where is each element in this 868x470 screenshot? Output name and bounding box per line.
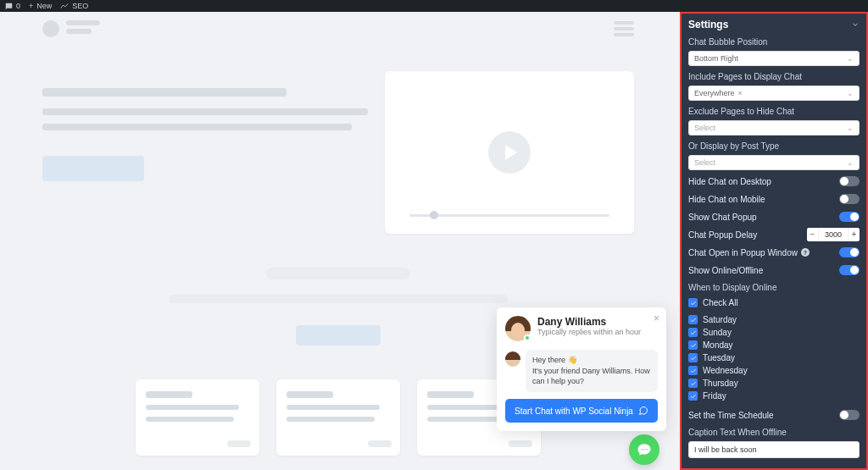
hide-desktop-row: Hide Chat on Desktop [688, 174, 860, 188]
exclude-pages-placeholder: Select [694, 124, 715, 132]
agent-name: Dany Williams [537, 316, 641, 328]
checkbox-icon [688, 353, 698, 362]
chat-greeting: Hey there 👋 [532, 356, 577, 364]
settings-title-row[interactable]: Settings [688, 17, 860, 31]
chevron-down-icon: ⌄ [847, 54, 854, 63]
chat-message: Hey there 👋 It's your friend Dany Willia… [526, 350, 658, 392]
seo-icon [60, 3, 69, 9]
play-icon[interactable] [488, 131, 531, 174]
time-schedule-toggle[interactable] [839, 410, 860, 420]
bubble-position-select[interactable]: Bottom Right ⌄ [688, 51, 860, 66]
feature-card [276, 379, 400, 456]
post-type-label: Or Display by Post Type [688, 141, 860, 151]
post-type-select[interactable]: Select ⌄ [688, 155, 860, 170]
online-status-dot [524, 335, 531, 341]
hide-mobile-toggle[interactable] [839, 194, 860, 204]
settings-panel: Settings Chat Bubble Position Bottom Rig… [680, 12, 868, 470]
hero-cta-placeholder [42, 156, 144, 181]
show-popup-toggle[interactable] [839, 212, 860, 222]
day-label: Tuesday [703, 353, 735, 362]
show-online-row: Show Online/Offline [688, 263, 860, 277]
bubble-position-label: Chat Bubble Position [688, 37, 860, 47]
include-pages-label: Include Pages to Display Chat [688, 72, 860, 81]
svg-point-2 [646, 449, 648, 451]
day-row[interactable]: Wednesday [688, 364, 860, 377]
agent-mini-avatar [505, 351, 520, 367]
check-all-row[interactable]: Check All [688, 296, 860, 309]
popup-delay-row: Chat Popup Delay − + [688, 228, 860, 241]
hide-mobile-row: Hide Chat on Mobile [688, 192, 860, 206]
plus-icon: + [29, 2, 33, 10]
stepper-decrement[interactable]: − [807, 228, 819, 241]
checkbox-icon [688, 315, 698, 324]
popup-delay-stepper[interactable]: − + [807, 228, 860, 241]
svg-point-1 [643, 449, 645, 451]
day-row[interactable]: Tuesday [688, 351, 860, 364]
svg-point-0 [641, 449, 643, 451]
time-schedule-label: Set the Time Schedule [688, 411, 774, 420]
when-online-label: When to Display Online [688, 283, 860, 292]
chat-bubble-button[interactable] [629, 434, 659, 465]
post-type-placeholder: Select [694, 158, 715, 167]
day-row[interactable]: Friday [688, 390, 860, 402]
caption-offline-input[interactable] [688, 441, 860, 458]
hide-desktop-label: Hide Chat on Desktop [688, 177, 771, 186]
chat-popup: × Dany Williams Typically replies within… [497, 307, 666, 431]
tag-remove-icon[interactable]: × [738, 89, 743, 97]
comment-icon [5, 3, 13, 10]
day-label: Sunday [703, 328, 732, 337]
settings-title: Settings [688, 19, 728, 30]
video-slider[interactable] [409, 214, 609, 217]
open-window-toggle[interactable] [839, 247, 860, 257]
chevron-down-icon: ⌄ [847, 124, 854, 132]
close-icon[interactable]: × [654, 312, 659, 324]
start-chat-button[interactable]: Start Chat with WP Social Ninja [505, 399, 658, 423]
day-row[interactable]: Monday [688, 339, 860, 351]
hero-section [0, 37, 676, 242]
include-pages-select[interactable]: Everywhere× ⌄ [688, 86, 860, 101]
checkbox-icon [688, 328, 698, 337]
chat-body: It's your friend Dany Williams. How can … [532, 367, 650, 386]
checkbox-icon [688, 298, 698, 307]
video-card[interactable] [385, 71, 634, 234]
bubble-position-value: Bottom Right [694, 54, 738, 63]
checkbox-icon [688, 340, 698, 350]
check-all-label: Check All [703, 298, 738, 307]
checkbox-icon [688, 391, 698, 401]
show-popup-row: Show Chat Popup [688, 210, 860, 224]
popup-delay-input[interactable] [819, 228, 848, 241]
chevron-down-icon: ⌄ [847, 158, 854, 167]
wp-admin-bar: 0 + New SEO [0, 0, 868, 12]
day-row[interactable]: Saturday [688, 313, 860, 326]
page-preview: × Dany Williams Typically replies within… [0, 12, 676, 470]
admin-comments[interactable]: 0 [5, 2, 20, 10]
new-label: New [36, 2, 52, 10]
popup-delay-label: Chat Popup Delay [688, 230, 757, 240]
day-label: Thursday [703, 379, 738, 388]
open-window-row: Chat Open in Popup Window ? [688, 246, 860, 259]
admin-seo[interactable]: SEO [60, 2, 88, 10]
day-row[interactable]: Sunday [688, 326, 860, 339]
page-header [0, 12, 676, 37]
day-list: SaturdaySundayMondayTuesdayWednesdayThur… [688, 313, 860, 402]
chat-icon [638, 406, 648, 416]
admin-new[interactable]: + New [29, 2, 52, 10]
info-icon[interactable]: ? [801, 248, 810, 257]
exclude-pages-select[interactable]: Select ⌄ [688, 120, 860, 135]
menu-icon[interactable] [614, 21, 634, 36]
day-row[interactable]: Thursday [688, 377, 860, 390]
day-label: Wednesday [703, 366, 748, 375]
time-schedule-row: Set the Time Schedule [688, 408, 860, 422]
open-window-label: Chat Open in Popup Window ? [688, 248, 810, 257]
hide-desktop-toggle[interactable] [839, 176, 860, 186]
start-chat-label: Start Chat with WP Social Ninja [515, 406, 633, 416]
show-popup-label: Show Chat Popup [688, 213, 757, 222]
comments-count: 0 [16, 2, 20, 10]
section-subtitle-placeholder [169, 295, 508, 303]
show-online-label: Show Online/Offline [688, 266, 763, 275]
checkbox-icon [688, 379, 698, 388]
hide-mobile-label: Hide Chat on Mobile [688, 195, 765, 204]
show-online-toggle[interactable] [839, 265, 860, 275]
stepper-increment[interactable]: + [848, 228, 860, 241]
day-label: Friday [703, 391, 726, 401]
